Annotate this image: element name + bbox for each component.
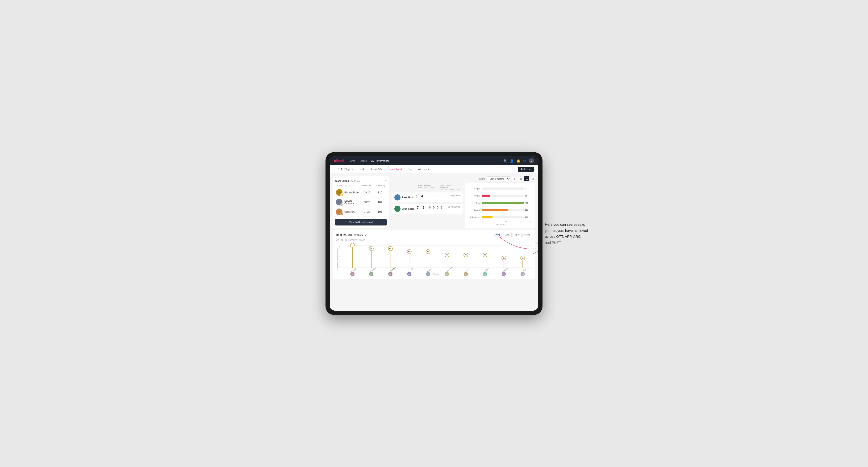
- view-icon-grid2[interactable]: ⊞: [512, 176, 517, 181]
- bar-axis-ticks: 0 200 400: [468, 221, 532, 222]
- nav-teams[interactable]: Teams: [359, 159, 367, 163]
- rees-ott: 0: [428, 195, 430, 198]
- lollipop-bubble-7: 4x: [483, 253, 487, 257]
- lollipop-stem-3: [409, 252, 409, 268]
- filter-arg[interactable]: ARG: [513, 233, 522, 237]
- period-dropdown[interactable]: Last 3 months: [487, 177, 510, 181]
- arg-header: ARG: [450, 188, 454, 190]
- rees-practice-activities: 0 0 0 0: [428, 194, 441, 198]
- nav-my-performance[interactable]: My Performance: [371, 159, 390, 163]
- lollipop-bubble-3: 5x: [407, 249, 412, 254]
- lollipop-columns: 7xE. EwertEE6xB. McHargBM6xD. Billingham…: [343, 245, 532, 268]
- lollipop-col-8: 3xR. ButlerRB: [494, 245, 513, 268]
- filter-app[interactable]: APP: [503, 233, 512, 237]
- subnav: PGAT Players PGA Hcaps 1-5 Team Clippd T…: [330, 165, 538, 173]
- rounds-sub-headers: Tournament Practice: [418, 186, 435, 188]
- bar-chart-panel: Eagles 3 Birdies: [465, 183, 535, 228]
- lollipop-col-3: 5xJ. ColesJC: [400, 245, 418, 268]
- avatar[interactable]: U: [529, 158, 534, 163]
- josh-putt: 1: [441, 206, 442, 209]
- bar-label-birdies: Birdies: [468, 195, 480, 197]
- lollipop-bubble-9: 3x: [520, 256, 525, 260]
- josh-app: 0: [433, 206, 435, 209]
- player-avatar-bottom-3: JC: [407, 272, 411, 276]
- subnav-tour[interactable]: Tour: [404, 165, 415, 173]
- bell-icon[interactable]: 🔔: [517, 159, 520, 163]
- filter-putt[interactable]: PUTT: [522, 233, 532, 237]
- person-icon[interactable]: 👤: [510, 159, 514, 163]
- subnav-hcaps[interactable]: Hcaps 1-5: [367, 165, 384, 173]
- app-header: APP: [445, 188, 448, 190]
- subnav-pgat-players[interactable]: PGAT Players: [334, 165, 356, 173]
- col-header-pb-avg: PB AVG SQ: [374, 185, 386, 187]
- rees-rounds: 8 4: [415, 194, 423, 198]
- player-name-2: Edward Crossman: [344, 199, 360, 205]
- settings-icon[interactable]: ⚙: [523, 159, 526, 163]
- bar-track-eagles: [482, 187, 524, 190]
- josh-ott: 0: [429, 206, 431, 209]
- lollipop-col-7: 4xM. MillerMM: [475, 245, 494, 268]
- tick-400: 400: [529, 221, 532, 222]
- subnav-pga[interactable]: PGA: [356, 165, 367, 173]
- view-icon-table[interactable]: ⊟: [530, 176, 535, 181]
- bar-count-eagles: 3: [525, 188, 532, 190]
- best-round-streaks-section: Best Round Streaks OTT APP ARG PUTT: [333, 230, 535, 279]
- player-avatar-bottom-1: BM: [369, 272, 373, 276]
- add-team-button[interactable]: Add Team: [518, 167, 534, 172]
- y-tick-0: 0: [339, 266, 343, 268]
- rees-tournament: 8: [415, 194, 417, 198]
- bar-axis-label: Total Shots: [468, 223, 532, 225]
- josh-tournament-value: 7: [417, 206, 418, 210]
- lollipop-bubble-5: 4x: [445, 253, 450, 257]
- stats-header: Show Last 3 months ⊞ ▦ ☰ ⊟: [392, 176, 535, 181]
- rees-putt: 0: [440, 195, 441, 198]
- rees-putt-value: 0: [440, 195, 441, 198]
- bar-fill-bogeys: [482, 209, 508, 211]
- edit-icon[interactable]: ✏: [385, 179, 387, 182]
- view-icon-grid[interactable]: ▦: [518, 176, 523, 181]
- view-leaderboard-button[interactable]: View Full Leaderboard: [335, 219, 387, 225]
- lollipop-bubble-8: 3x: [501, 256, 506, 260]
- player-avatar-bottom-7: MM: [483, 272, 487, 276]
- subtitle-sub: Fairway Accuracy: [348, 239, 365, 241]
- josh-rounds: 7 2: [417, 206, 424, 210]
- subnav-all-players[interactable]: All Players: [415, 165, 433, 173]
- lollipop-bubble-1: 6x: [369, 246, 374, 251]
- rees-date: 02 Sep 2023: [448, 194, 460, 197]
- bar-label-pars: Pars: [468, 202, 480, 204]
- player-avatar-bottom-9: CQ: [521, 272, 525, 276]
- main-content: Team Clippd | 14 Players ✏ PLAYER NAME P…: [330, 173, 538, 311]
- bar-count-bogeys: 311: [525, 209, 532, 211]
- rees-arg: 0: [436, 195, 437, 198]
- bar-label-eagles: Eagles: [468, 188, 480, 190]
- filter-ott[interactable]: OTT: [494, 233, 502, 237]
- lollipop-stem-4: [428, 252, 428, 268]
- practice-activities-label: Total Practice Activities: [440, 184, 460, 188]
- practice-sub-label: Practice: [429, 186, 435, 188]
- player-pb-score-3: 17/20: [360, 211, 374, 213]
- arrow-indicator-icon: [365, 234, 372, 237]
- rees-practice-value: 4: [421, 194, 423, 198]
- bar-d-bogeys: D. Bogeys + 131: [468, 216, 532, 218]
- josh-tournament: 7: [417, 206, 418, 210]
- lollipop-stem-0: [352, 245, 352, 268]
- tablet-screen: clippd Home Teams My Performance 🔍 👤 🔔 ⚙…: [330, 156, 538, 311]
- lollipop-col-5: 4xE. CrossmanEC: [437, 245, 456, 268]
- bar-fill-pars: [482, 201, 524, 204]
- annotation: Here you can see streaksyour players hav…: [538, 237, 538, 254]
- search-icon[interactable]: 🔍: [503, 159, 507, 163]
- player-avatar-bottom-2: DB: [388, 272, 393, 276]
- cards-and-chart: Total Rounds Tournament Practice Total P…: [392, 183, 535, 228]
- player-card-rees: RB Rees Britt 02 Sep 2023 8: [392, 192, 463, 203]
- y-tick-3: 3: [339, 256, 343, 257]
- subnav-team-clippd[interactable]: Team Clippd: [384, 165, 404, 173]
- col-header-player: PLAYER NAME: [336, 185, 360, 187]
- player-avatar-bottom-4: RB: [426, 272, 430, 276]
- nav-home[interactable]: Home: [348, 159, 355, 163]
- bar-birdies: Birdies 96: [468, 195, 532, 197]
- player-card-josh: JC Josh Coles 26 Aug 2023 7: [392, 204, 463, 214]
- bar-bogeys: Bogeys 311: [468, 209, 532, 211]
- bar-fill-d-bogeys: [482, 216, 493, 218]
- view-icon-list[interactable]: ☰: [524, 176, 529, 181]
- tablet-device: clippd Home Teams My Performance 🔍 👤 🔔 ⚙…: [326, 152, 542, 315]
